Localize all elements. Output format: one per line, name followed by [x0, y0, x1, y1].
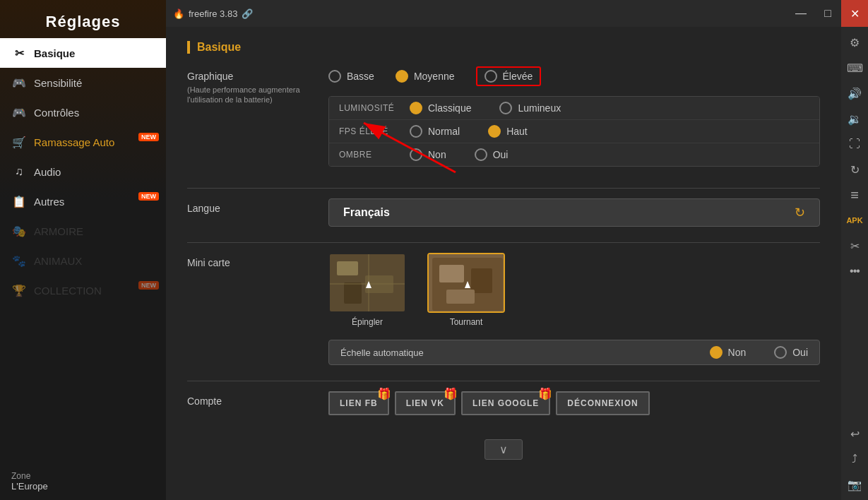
sidebar-item-label: Basique — [34, 47, 75, 59]
account-label: Compte — [187, 391, 328, 407]
app-icon: 🔥 — [173, 8, 184, 19]
minimap-epingler[interactable]: Épingler — [328, 253, 406, 327]
scale-label: Échelle automatique — [340, 347, 696, 358]
graphics-moyenne[interactable]: Moyenne — [396, 70, 455, 83]
audio-icon: ♫ — [11, 164, 27, 179]
close-button[interactable]: ✕ — [841, 0, 868, 27]
fps-haut[interactable]: Haut — [488, 125, 528, 138]
new-badge-autres: NEW — [138, 192, 159, 201]
account-controls: LIEN FB 🎁 LIEN VK 🎁 LIEN GOOGLE 🎁 DÉCONN… — [328, 391, 820, 415]
maximize-button[interactable]: □ — [814, 0, 841, 27]
zone-value: L'Europe — [11, 481, 155, 492]
gift-google-icon: 🎁 — [538, 387, 553, 400]
refresh-icon[interactable]: ↻ — [795, 205, 805, 220]
graphics-controls: Basse Moyenne Élevée LUMINOSITÉ — [328, 66, 820, 172]
account-row: Compte LIEN FB 🎁 LIEN VK 🎁 LIEN GOOGLE 🎁… — [187, 391, 820, 417]
sidebar-item-sensibilite[interactable]: 🎮 Sensibilité — [0, 68, 166, 97]
camera-icon[interactable]: 📷 — [843, 473, 866, 496]
radio-classique — [410, 102, 422, 114]
luminosite-classique[interactable]: Classique — [410, 102, 471, 114]
radio-normal — [410, 125, 422, 138]
lien-vk-button[interactable]: LIEN VK 🎁 — [395, 391, 456, 415]
language-value: Français — [343, 206, 390, 219]
language-selector[interactable]: Français ↻ — [328, 198, 820, 227]
sidebar-item-controles[interactable]: 🎮 Contrôles — [0, 97, 166, 127]
lien-google-button[interactable]: LIEN GOOGLE 🎁 — [461, 391, 550, 415]
minimap-epingler-label: Épingler — [352, 317, 383, 327]
sidebar-item-basique[interactable]: ✂ Basique — [0, 38, 166, 68]
share-icon[interactable]: ⤴ — [843, 448, 866, 470]
minimap-tournant[interactable]: Tournant — [427, 253, 505, 327]
more-icon[interactable]: ••• — [843, 260, 866, 282]
right-toolbar: ⚙ ⌨ 🔊 🔉 ⛶ ↻ ≡ APK ✂ ••• ↩ ⤴ 📷 — [841, 27, 868, 500]
sidebar-item-armoire: 🎭 ARMOIRE — [0, 216, 166, 246]
scissors-icon[interactable]: ✂ — [843, 234, 866, 257]
radio-non — [410, 148, 422, 161]
scale-non[interactable]: Non — [710, 346, 747, 359]
graphics-quality-group: Basse Moyenne Élevée — [328, 66, 820, 86]
scale-row: Échelle automatique Non Oui — [328, 340, 820, 365]
sensibilite-icon: 🎮 — [11, 75, 27, 90]
ombre-oui[interactable]: Oui — [475, 148, 509, 161]
sidebar-item-ramassage[interactable]: 🛒 Ramassage Auto NEW — [0, 127, 166, 157]
app-title: freefire 3.83 — [189, 8, 237, 19]
minimap-tournant-label: Tournant — [450, 317, 483, 327]
sidebar: Réglages ✂ Basique 🎮 Sensibilité 🎮 Contr… — [0, 0, 166, 500]
main-content: Basique Graphique (Haute performance aug… — [166, 27, 841, 500]
collection-icon: 🏆 — [11, 282, 27, 298]
minimap-epingler-svg — [330, 254, 406, 313]
zone-label: Zone — [11, 471, 155, 481]
fps-normal[interactable]: Normal — [410, 125, 460, 138]
scale-oui[interactable]: Oui — [774, 346, 808, 359]
graphics-row: Graphique (Haute performance augmentera … — [187, 66, 820, 172]
language-row: Langue Français ↻ — [187, 198, 820, 227]
ombre-non[interactable]: Non — [410, 148, 446, 161]
minimap-row: Mini carte — [187, 253, 820, 365]
luminosite-options: Classique Lumineux — [410, 102, 561, 114]
animaux-icon: 🐾 — [11, 253, 27, 268]
separator-2 — [187, 242, 820, 243]
minimap-controls: Épingler Tournant — [328, 253, 820, 365]
armoire-icon: 🎭 — [11, 223, 27, 239]
undo-icon[interactable]: ↩ — [843, 422, 866, 445]
separator-3 — [187, 381, 820, 381]
volume-icon[interactable]: 🔊 — [843, 82, 866, 105]
layers-icon[interactable]: ≡ — [843, 184, 866, 206]
graphics-basse[interactable]: Basse — [328, 70, 374, 83]
fullscreen-icon[interactable]: ⛶ — [843, 133, 866, 155]
ramassage-icon: 🛒 — [11, 134, 27, 150]
keyboard-icon[interactable]: ⌨ — [843, 56, 866, 79]
apk-icon[interactable]: APK — [843, 209, 866, 232]
sidebar-bottom: Zone L'Europe — [0, 463, 166, 500]
svg-rect-12 — [471, 268, 492, 293]
minimap-tournant-img — [427, 253, 505, 313]
radio-oui — [475, 148, 487, 161]
svg-rect-3 — [337, 261, 358, 275]
scroll-down-button[interactable]: ∨ — [484, 439, 523, 460]
volume2-icon[interactable]: 🔉 — [843, 107, 866, 130]
separator-1 — [187, 188, 820, 189]
minimize-button[interactable]: — — [787, 0, 814, 27]
new-badge-collection: NEW — [138, 281, 159, 290]
graphics-elevee[interactable]: Élevée — [476, 66, 542, 86]
radio-scale-non — [710, 346, 723, 359]
ombre-row: OMBRE Non Oui — [329, 143, 819, 166]
titlebar: 🔥 freefire 3.83 🔗 — □ ✕ — [166, 0, 868, 27]
autres-icon: 📋 — [11, 194, 27, 209]
sidebar-item-audio[interactable]: ♫ Audio — [0, 157, 166, 186]
sidebar-item-collection: 🏆 COLLECTION NEW — [0, 275, 166, 305]
deconnexion-button[interactable]: DÉCONNEXION — [556, 391, 649, 415]
minimap-options: Épingler Tournant — [328, 253, 820, 327]
lien-fb-button[interactable]: LIEN FB 🎁 — [328, 391, 389, 415]
fps-row: FPS ÉLEVÉ Normal Haut — [329, 120, 819, 143]
radio-lumineux — [499, 102, 512, 114]
settings-icon[interactable]: ⚙ — [843, 31, 866, 54]
sync-icon[interactable]: ↻ — [843, 158, 866, 181]
svg-rect-13 — [446, 290, 475, 304]
language-controls: Français ↻ — [328, 198, 820, 227]
graphics-table: LUMINOSITÉ Classique Lumineux F — [328, 96, 820, 167]
sidebar-item-autres[interactable]: 📋 Autres NEW — [0, 186, 166, 216]
luminosite-lumineux[interactable]: Lumineux — [499, 102, 561, 114]
titlebar-controls: — □ ✕ — [787, 0, 868, 27]
graphics-label: Graphique (Haute performance augmentera … — [187, 66, 328, 105]
